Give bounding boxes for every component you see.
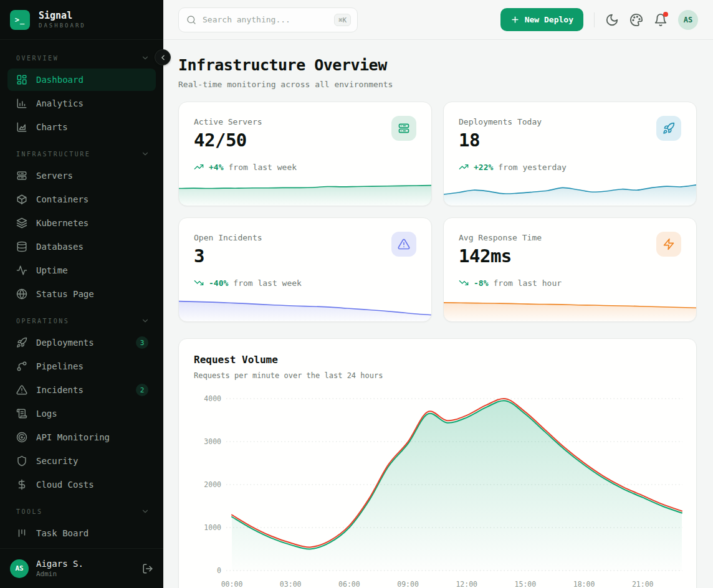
section-label: INFRASTRUCTURE	[16, 151, 90, 158]
sidebar-item-label: Incidents	[36, 385, 84, 395]
chevron-down-icon	[141, 149, 150, 158]
kanban-icon	[16, 528, 27, 539]
sidebar-section-tools: TOOLSTask Board	[7, 507, 156, 544]
card-icon-tile	[656, 116, 681, 141]
trend-suffix: from last week	[228, 163, 297, 172]
trend-delta: +4%	[209, 163, 223, 172]
chart-subtitle: Requests per minute over the last 24 hou…	[194, 371, 681, 380]
avatar[interactable]: AS	[678, 10, 698, 30]
section-header-tools[interactable]: TOOLS	[7, 507, 156, 516]
card-icon-tile	[656, 232, 681, 257]
chevron-down-icon	[141, 316, 150, 325]
sidebar-item-security[interactable]: Security	[7, 450, 156, 472]
sidebar-item-cloud-costs[interactable]: Cloud Costs	[7, 473, 156, 496]
dollar-icon	[16, 479, 27, 490]
sidebar: >_ Signal DASHBOARD OVERVIEWDashboardAna…	[0, 0, 163, 588]
request-volume-panel: Request Volume Requests per minute over …	[178, 338, 697, 588]
sidebar-item-label: Task Board	[36, 528, 89, 538]
sidebar-item-label: Dashboard	[36, 75, 84, 85]
git-branch-icon	[16, 361, 27, 372]
sidebar-item-charts[interactable]: Charts	[7, 116, 156, 138]
trend-delta: -8%	[474, 278, 488, 288]
svg-text:4000: 4000	[204, 394, 221, 403]
sidebar-item-dashboard[interactable]: Dashboard	[7, 69, 156, 91]
sidebar-item-label: Servers	[36, 171, 73, 181]
sidebar-section-overview: OVERVIEWDashboardAnalyticsCharts	[7, 54, 156, 138]
moon-button[interactable]	[605, 13, 619, 27]
bell-button[interactable]	[654, 13, 668, 27]
radar-icon	[16, 432, 27, 443]
palette-button[interactable]	[629, 13, 643, 27]
trend-suffix: from last week	[233, 278, 302, 288]
sidebar-item-label: Status Page	[36, 289, 94, 299]
database-icon	[16, 241, 27, 252]
search-input[interactable]	[203, 15, 328, 24]
sidebar-item-label: Databases	[36, 242, 84, 252]
section-label: OPERATIONS	[16, 318, 69, 325]
card-trend: -8%from last hour	[459, 278, 562, 288]
rocket-icon	[663, 122, 675, 135]
server-icon	[398, 122, 410, 135]
shield-icon	[16, 455, 27, 467]
section-header-operations[interactable]: OPERATIONS	[7, 316, 156, 325]
topbar-actions: New Deploy AS	[500, 8, 698, 31]
count-badge: 3	[136, 336, 148, 349]
sidebar-item-deployments[interactable]: Deployments3	[7, 331, 156, 354]
sidebar-item-containers[interactable]: Containers	[7, 188, 156, 211]
sidebar-item-label: Security	[36, 456, 78, 466]
chart-title: Request Volume	[194, 354, 681, 366]
card-title: Open Incidents	[194, 233, 262, 242]
sidebar-nav: OVERVIEWDashboardAnalyticsChartsINFRASTR…	[0, 40, 163, 548]
server-icon	[16, 170, 27, 181]
sidebar-item-label: Pipelines	[36, 361, 84, 371]
svg-text:06:00: 06:00	[338, 580, 360, 588]
zap-icon	[663, 238, 675, 250]
sidebar-item-status-page[interactable]: Status Page	[7, 283, 156, 305]
sidebar-section-operations: OPERATIONSDeployments3PipelinesIncidents…	[7, 316, 156, 496]
sidebar-item-pipelines[interactable]: Pipelines	[7, 355, 156, 377]
section-header-overview[interactable]: OVERVIEW	[7, 54, 156, 62]
sidebar-item-label: Logs	[36, 409, 57, 419]
card-icon-tile	[391, 116, 416, 141]
sidebar-item-incidents[interactable]: Incidents2	[7, 379, 156, 401]
sidebar-item-uptime[interactable]: Uptime	[7, 259, 156, 282]
card-value: 18	[459, 130, 480, 151]
sidebar-item-label: Containers	[36, 194, 89, 204]
sidebar-item-api-monitoring[interactable]: API Monitoring	[7, 426, 156, 448]
svg-text:00:00: 00:00	[221, 580, 243, 588]
sparkline	[179, 178, 431, 206]
alert-triangle-icon	[16, 384, 27, 396]
request-volume-chart: 0100020003000400000:0003:0006:0009:0012:…	[194, 390, 682, 588]
layers-icon	[16, 217, 27, 229]
area-chart-icon	[16, 121, 27, 133]
sidebar-section-infrastructure: INFRASTRUCTUREServersContainersKubernete…	[7, 149, 156, 305]
rocket-icon	[16, 337, 27, 348]
user-name: Aigars S.	[36, 559, 84, 569]
app-name: Signal	[39, 11, 86, 21]
stat-cards: Active Servers42/50+4%from last weekDepl…	[178, 102, 697, 322]
activity-icon	[16, 265, 27, 276]
svg-text:1000: 1000	[204, 523, 221, 532]
trending-up-icon	[459, 162, 469, 172]
search-icon	[186, 15, 196, 25]
chevron-left-icon	[159, 54, 167, 62]
trend-delta: +22%	[474, 163, 493, 172]
sidebar-item-servers[interactable]: Servers	[7, 164, 156, 187]
sidebar-item-task-board[interactable]: Task Board	[7, 522, 156, 544]
sidebar-item-label: Deployments	[36, 338, 94, 348]
sidebar-item-logs[interactable]: Logs	[7, 402, 156, 425]
svg-text:0: 0	[217, 566, 221, 575]
sidebar-item-analytics[interactable]: Analytics	[7, 92, 156, 115]
globe-icon	[16, 288, 27, 300]
sidebar-item-kubernetes[interactable]: Kubernetes	[7, 212, 156, 234]
sparkline	[444, 294, 696, 321]
sidebar-item-databases[interactable]: Databases	[7, 235, 156, 258]
new-deploy-button[interactable]: New Deploy	[500, 8, 583, 31]
svg-text:09:00: 09:00	[397, 580, 419, 588]
logout-icon[interactable]	[142, 563, 153, 574]
sparkline	[179, 294, 431, 321]
sidebar-collapse-button[interactable]	[155, 49, 171, 65]
sidebar-item-label: Cloud Costs	[36, 480, 94, 490]
section-header-infrastructure[interactable]: INFRASTRUCTURE	[7, 149, 156, 158]
topbar-divider	[594, 12, 595, 27]
